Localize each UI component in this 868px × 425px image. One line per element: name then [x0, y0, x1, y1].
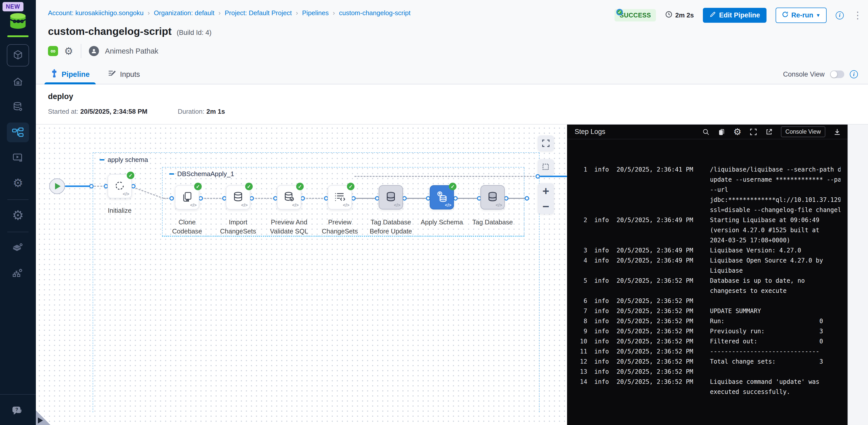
sidebar-item-pipelines[interactable] — [7, 122, 29, 142]
tab-pipeline[interactable]: Pipeline — [48, 65, 92, 84]
log-message: Starting Liquibase at 09:06:49(version 4… — [710, 215, 840, 245]
connector-dot[interactable] — [535, 174, 540, 179]
sidebar-item-project-settings[interactable]: ⚙ — [7, 205, 29, 225]
node-import-changesets[interactable]: ✓ </> — [226, 185, 250, 209]
success-check-icon: ✓ — [296, 183, 304, 190]
collapse-icon[interactable] — [99, 159, 104, 161]
total-duration: 2m 2s — [665, 10, 694, 20]
info-icon[interactable]: i — [850, 70, 858, 78]
breadcrumb-project[interactable]: Project: Default Project — [225, 9, 292, 17]
tab-inputs[interactable]: Inputs — [105, 65, 143, 84]
bypass-link-blue — [540, 176, 567, 177]
database-gear-icon — [12, 101, 24, 113]
sidebar-item-executions[interactable] — [7, 148, 29, 168]
sidebar-item-layers[interactable] — [7, 238, 29, 257]
sidebar-item-module-selector[interactable] — [7, 44, 29, 66]
log-level: info — [594, 377, 610, 387]
log-line-number: 12 — [573, 357, 587, 367]
node-initialize[interactable]: ✓ </> — [107, 174, 132, 198]
pipeline-canvas[interactable]: apply schema DBSchemaApply_1 — [36, 124, 567, 425]
sidebar-bottom-divider — [0, 394, 36, 395]
fullscreen-icon[interactable] — [750, 128, 757, 136]
node-preview-and-validate-sql[interactable]: ✓ </> — [277, 185, 301, 209]
info-icon[interactable]: i — [836, 11, 844, 20]
node-preview-changesets[interactable]: ✓ </> — [328, 185, 352, 209]
console-view-label: Console View — [783, 70, 825, 78]
zoom-in-button[interactable]: + — [542, 185, 549, 197]
canvas-select-button[interactable] — [538, 159, 554, 175]
connector-dot[interactable] — [169, 196, 174, 201]
log-level: info — [594, 336, 610, 346]
author-name: Animesh Pathak — [105, 47, 158, 55]
zoom-out-button[interactable]: − — [542, 201, 549, 212]
rerun-button[interactable]: Re-run ▼ — [776, 7, 827, 23]
log-level: info — [594, 316, 610, 326]
edit-pipeline-button[interactable]: Edit Pipeline — [703, 8, 767, 23]
execution-meta-row: ∞ ⚙ Animesh Pathak — [48, 44, 856, 65]
gear-icon[interactable]: ⚙ — [734, 128, 742, 137]
log-level: info — [594, 357, 610, 367]
log-entry: 14info20/5/2025, 2:36:52 PMLiquibase com… — [573, 377, 847, 397]
play-icon — [55, 183, 61, 190]
canvas-fullscreen-button[interactable] — [538, 136, 554, 151]
sidebar-item-org-settings[interactable] — [7, 263, 29, 283]
stage-summary: deploy Started at:20/5/2025, 2:34:58 PM … — [36, 84, 868, 124]
log-line-number: 4 — [573, 255, 587, 265]
log-entry: 7info20/5/2025, 2:36:52 PMUPDATE SUMMARY — [573, 306, 847, 316]
module-hex-icon: ∞ — [48, 46, 58, 56]
log-level: info — [594, 367, 610, 377]
pipeline-start-node — [49, 178, 65, 194]
cube-icon — [12, 49, 24, 61]
check-circle-icon: ✓ — [616, 9, 623, 16]
sidebar-item-help[interactable]: ? — [0, 405, 36, 418]
node-label: Clone Codebase — [163, 218, 211, 236]
download-icon[interactable] — [833, 128, 841, 136]
home-icon — [12, 76, 24, 87]
refresh-icon — [114, 180, 125, 193]
help-chat-icon: ? — [11, 405, 25, 418]
gear-icon[interactable]: ⚙ — [64, 45, 73, 57]
log-message: UPDATE SUMMARY — [710, 306, 840, 316]
stage-group-label[interactable]: apply schema — [99, 156, 148, 164]
divider — [81, 44, 81, 58]
sidebar-item-db-devops[interactable] — [7, 97, 29, 117]
log-level: info — [594, 276, 610, 286]
node-label: Tag Database — [469, 218, 517, 227]
page-header: Account: kurosakiichigo.songoku › Organi… — [36, 0, 868, 65]
console-view-toggle[interactable] — [830, 70, 844, 78]
search-icon[interactable] — [702, 128, 710, 136]
node-tag-database-before-update[interactable]: </> — [379, 185, 403, 209]
copy-icon[interactable] — [718, 128, 725, 136]
log-entry: 3info20/5/2025, 2:36:49 PMLiquibase Vers… — [573, 245, 847, 255]
link-solid — [456, 198, 479, 199]
sidebar-item-settings[interactable]: ⚙ — [7, 173, 29, 193]
connector-dot[interactable] — [525, 196, 529, 201]
step-logs-body[interactable]: 1info20/5/2025, 2:36:41 PM/liquibase/liq… — [567, 139, 847, 425]
log-timestamp: 20/5/2025, 2:36:49 PM — [617, 215, 695, 225]
log-timestamp: 20/5/2025, 2:36:41 PM — [617, 165, 695, 175]
node-clone-codebase[interactable]: ✓ </> — [175, 185, 199, 209]
log-message: Liquibase Version: 4.27.0 — [710, 245, 840, 255]
step-logs-title: Step Logs — [575, 128, 606, 136]
breadcrumb-pipelines[interactable]: Pipelines — [302, 9, 329, 17]
node-apply-schema[interactable]: ✓ </> — [430, 185, 454, 209]
database-icon — [232, 191, 244, 204]
log-timestamp: 20/5/2025, 2:36:52 PM — [617, 357, 695, 367]
breadcrumb-account[interactable]: Account: kurosakiichigo.songoku — [48, 9, 144, 17]
step-group-label[interactable]: DBSchemaApply_1 — [169, 170, 234, 178]
log-timestamp: 20/5/2025, 2:36:52 PM — [617, 296, 695, 306]
log-level: info — [594, 326, 610, 336]
link-dashed-down — [135, 188, 164, 199]
toggle-knob — [831, 71, 837, 78]
connector-dot[interactable] — [89, 184, 94, 189]
kebab-menu-icon[interactable]: ⋮ — [853, 12, 858, 19]
node-tag-database[interactable]: </> — [480, 185, 505, 209]
sidebar-item-home[interactable] — [7, 72, 29, 92]
link-start — [65, 186, 91, 187]
breadcrumb-pipeline-name[interactable]: custom-changelog-script — [339, 9, 410, 17]
gear-icon: ⚙ — [12, 208, 24, 223]
console-view-button[interactable]: Console View — [781, 126, 825, 137]
open-external-icon[interactable] — [765, 128, 773, 136]
collapse-icon[interactable] — [169, 173, 174, 175]
breadcrumb-organization[interactable]: Organization: default — [154, 9, 214, 17]
